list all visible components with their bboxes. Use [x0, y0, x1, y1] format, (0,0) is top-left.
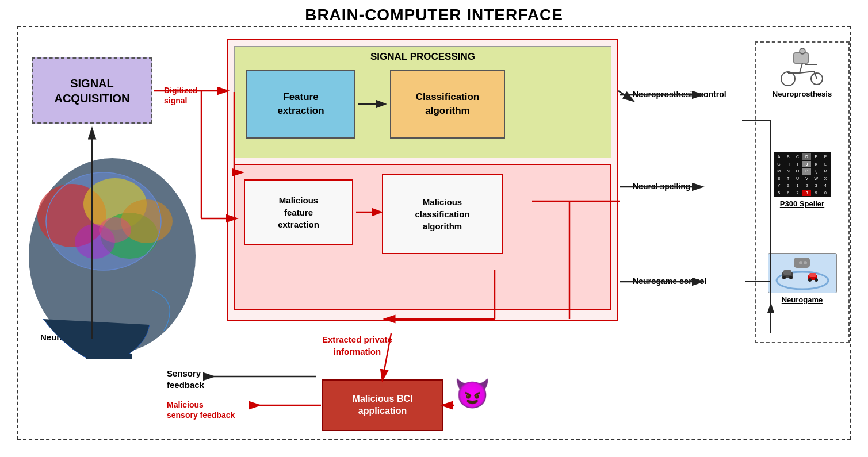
- brain-image: [14, 141, 210, 359]
- svg-rect-34: [86, 354, 132, 359]
- svg-point-10: [800, 48, 805, 54]
- svg-line-8: [814, 71, 817, 79]
- malicious-bci-box: Malicious BCIapplication: [322, 379, 443, 431]
- svg-point-16: [782, 276, 786, 279]
- svg-line-5: [800, 63, 802, 73]
- wheelchair-icon: [777, 47, 828, 87]
- svg-rect-15: [783, 270, 791, 275]
- classification-box: Classificationalgorithm: [390, 70, 505, 139]
- neurogame-control-label: Neurogame control: [633, 276, 706, 286]
- malicious-bci-label: Malicious BCIapplication: [353, 393, 413, 417]
- svg-point-3: [781, 72, 795, 86]
- neurogame-image: [768, 253, 837, 293]
- neurogame-area: Neurogame: [758, 253, 847, 304]
- malicious-feature-box: Maliciousfeatureextraction: [244, 179, 353, 245]
- neuroprosthesis-control-label: Neuroprosthesis control: [633, 89, 726, 99]
- malicious-feature-label: Maliciousfeatureextraction: [278, 194, 319, 231]
- neuroprosthesis-label: Neuroprosthesis: [758, 90, 847, 98]
- signal-processing-title: SIGNAL PROCESSING: [235, 47, 611, 63]
- svg-point-21: [815, 278, 818, 282]
- neurogame-label: Neurogame: [758, 295, 847, 304]
- arrow-feature-to-class: [355, 70, 390, 139]
- svg-rect-19: [809, 273, 816, 277]
- sensory-feedback-label: Sensoryfeedback: [167, 368, 204, 390]
- neural-spelling-label: Neural spelling: [633, 181, 690, 191]
- feature-extraction-label: Featureextraction: [277, 90, 324, 118]
- feature-extraction-box: Featureextraction: [246, 70, 355, 139]
- page-title: BRAIN-COMPUTER INTERFACE: [0, 0, 868, 24]
- malicious-classification-label: Maliciousclassificationalgorithm: [415, 196, 469, 232]
- p300-area: A B C D E F G H I J K L M N O P Q R S T …: [758, 152, 847, 208]
- malicious-classification-box: Maliciousclassificationalgorithm: [382, 174, 503, 254]
- svg-point-23: [799, 261, 802, 264]
- extracted-private-label: Extracted privateinformation: [322, 333, 392, 358]
- neurogame-icon: [771, 255, 834, 292]
- svg-point-24: [804, 261, 807, 264]
- signal-processing-outer: SIGNAL PROCESSING Featureextraction Clas…: [227, 39, 618, 321]
- arrow-mal-feature-to-class: [353, 179, 385, 245]
- devil-icon: 😈: [454, 379, 490, 408]
- signal-acquisition-label: SIGNALACQUISITION: [54, 76, 129, 106]
- svg-rect-2: [794, 53, 808, 63]
- signal-processing-inner: SIGNAL PROCESSING Featureextraction Clas…: [234, 46, 611, 158]
- svg-point-17: [789, 276, 793, 279]
- malicious-section: Maliciousfeatureextraction Maliciousclas…: [234, 164, 611, 310]
- wheelchair-area: Neuroprosthesis: [758, 47, 847, 98]
- p300-grid: A B C D E F G H I J K L M N O P Q R S T …: [774, 152, 831, 197]
- svg-point-32: [99, 217, 131, 243]
- digitized-signal-label: Digitizedsignal: [164, 85, 197, 106]
- svg-point-20: [808, 278, 812, 282]
- main-container: BRAIN-COMPUTER INTERFACE SIGNALACQUISITI…: [0, 0, 868, 457]
- p300-label: P300 Speller: [758, 199, 847, 208]
- signal-acquisition-box: SIGNALACQUISITION: [32, 57, 152, 124]
- svg-line-7: [800, 71, 814, 73]
- malicious-sensory-label: Malicioussensory feedback: [167, 400, 235, 420]
- classification-label: Classificationalgorithm: [416, 90, 480, 118]
- brain-svg: [14, 141, 210, 359]
